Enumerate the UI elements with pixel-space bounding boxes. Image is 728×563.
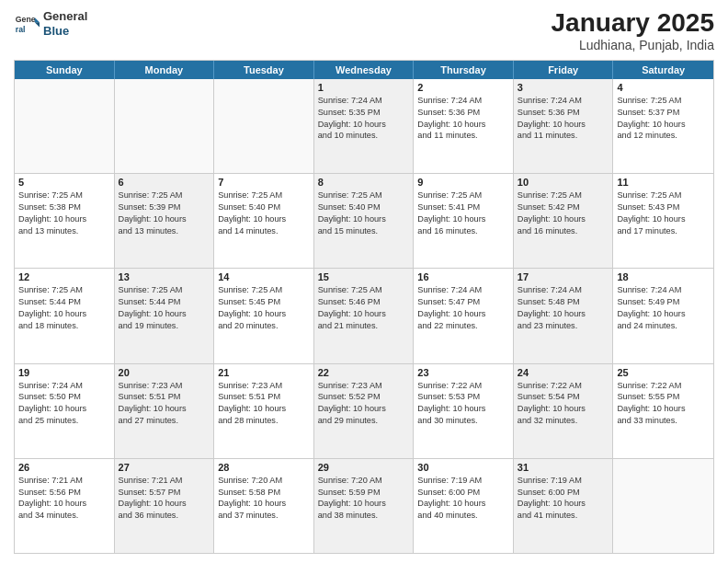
cell-info-line: and 25 minutes.	[18, 415, 110, 427]
cell-info-line: Daylight: 10 hours	[617, 308, 710, 320]
cell-info-line: Sunrise: 7:20 AM	[218, 475, 310, 487]
cell-info-line: Sunrise: 7:19 AM	[518, 475, 609, 487]
cell-info-line: Daylight: 10 hours	[617, 403, 710, 415]
cell-info-line: Sunset: 6:00 PM	[518, 487, 609, 499]
cell-info-line: and 11 minutes.	[417, 130, 509, 142]
day-number: 3	[518, 82, 609, 93]
day-cell-31: 31Sunrise: 7:19 AMSunset: 6:00 PMDayligh…	[514, 459, 614, 553]
cell-info-line: and 12 minutes.	[617, 130, 710, 142]
day-number: 23	[417, 367, 509, 378]
cell-info-line: Sunset: 5:47 PM	[417, 296, 509, 308]
cell-info-line: Daylight: 10 hours	[417, 119, 509, 131]
cell-info-line: Sunrise: 7:21 AM	[119, 475, 210, 487]
cell-info-line: Daylight: 10 hours	[119, 403, 210, 415]
day-cell-21: 21Sunrise: 7:23 AMSunset: 5:51 PMDayligh…	[214, 364, 314, 458]
cell-info-line: and 28 minutes.	[218, 415, 310, 427]
day-cell-17: 17Sunrise: 7:24 AMSunset: 5:48 PMDayligh…	[514, 269, 614, 362]
page-container: Gene ral General Blue January 2025 Ludhi…	[0, 0, 728, 563]
day-number: 17	[518, 271, 609, 282]
cell-info-line: Sunset: 5:37 PM	[617, 107, 710, 119]
calendar-subtitle: Ludhiana, Punjab, India	[552, 38, 714, 52]
day-cell-15: 15Sunrise: 7:25 AMSunset: 5:46 PMDayligh…	[314, 269, 415, 362]
cell-info-line: and 18 minutes.	[18, 320, 110, 332]
cell-info-line: Sunrise: 7:25 AM	[518, 190, 609, 201]
day-number: 4	[617, 82, 710, 93]
day-number: 2	[417, 82, 509, 93]
cell-info-line: and 33 minutes.	[617, 415, 710, 427]
cell-info-line: Daylight: 10 hours	[518, 308, 609, 320]
cell-info-line: Sunrise: 7:25 AM	[18, 190, 110, 201]
cell-info-line: and 29 minutes.	[318, 415, 410, 427]
day-header-tuesday: Tuesday	[214, 61, 314, 79]
cell-info-line: Sunrise: 7:22 AM	[417, 380, 509, 392]
day-number: 9	[417, 177, 509, 188]
cell-info-line: and 34 minutes.	[18, 510, 110, 522]
day-cell-4: 4Sunrise: 7:25 AMSunset: 5:37 PMDaylight…	[613, 79, 713, 173]
cell-info-line: Daylight: 10 hours	[318, 403, 410, 415]
day-cell-14: 14Sunrise: 7:25 AMSunset: 5:45 PMDayligh…	[214, 269, 314, 362]
cell-info-line: Sunset: 5:36 PM	[417, 107, 509, 119]
cell-info-line: Sunset: 5:53 PM	[417, 391, 509, 403]
cell-info-line: Sunset: 5:54 PM	[518, 391, 609, 403]
cell-info-line: Sunrise: 7:19 AM	[417, 475, 509, 487]
day-cell-1: 1Sunrise: 7:24 AMSunset: 5:35 PMDaylight…	[314, 79, 415, 173]
day-number: 30	[417, 462, 509, 473]
day-number: 19	[18, 367, 110, 378]
day-cell-9: 9Sunrise: 7:25 AMSunset: 5:41 PMDaylight…	[414, 174, 514, 268]
week-row-1: 5Sunrise: 7:25 AMSunset: 5:38 PMDaylight…	[15, 173, 713, 268]
day-number: 20	[119, 367, 210, 378]
day-header-wednesday: Wednesday	[314, 61, 415, 79]
cell-info-line: Daylight: 10 hours	[617, 213, 710, 225]
day-cell-11: 11Sunrise: 7:25 AMSunset: 5:43 PMDayligh…	[613, 174, 713, 268]
cell-info-line: Sunrise: 7:25 AM	[318, 190, 410, 201]
day-cell-26: 26Sunrise: 7:21 AMSunset: 5:56 PMDayligh…	[15, 459, 115, 553]
calendar: SundayMondayTuesdayWednesdayThursdayFrid…	[14, 60, 714, 554]
day-number: 10	[518, 177, 609, 188]
svg-text:Gene: Gene	[16, 15, 36, 24]
cell-info-line: and 24 minutes.	[617, 320, 710, 332]
day-cell-28: 28Sunrise: 7:20 AMSunset: 5:58 PMDayligh…	[214, 459, 314, 553]
cell-info-line: Daylight: 10 hours	[518, 403, 609, 415]
cell-info-line: and 27 minutes.	[119, 415, 210, 427]
cell-info-line: Daylight: 10 hours	[318, 308, 410, 320]
cell-info-line: and 30 minutes.	[417, 415, 509, 427]
cell-info-line: Sunset: 5:45 PM	[218, 296, 310, 308]
day-number: 11	[617, 177, 710, 188]
cell-info-line: and 38 minutes.	[318, 510, 410, 522]
day-cell-8: 8Sunrise: 7:25 AMSunset: 5:40 PMDaylight…	[314, 174, 415, 268]
cell-info-line: and 21 minutes.	[318, 320, 410, 332]
day-number: 8	[318, 177, 410, 188]
cell-info-line: Daylight: 10 hours	[119, 308, 210, 320]
day-cell-22: 22Sunrise: 7:23 AMSunset: 5:52 PMDayligh…	[314, 364, 415, 458]
cell-info-line: and 13 minutes.	[119, 225, 210, 237]
day-number: 14	[218, 271, 310, 282]
logo-text: General Blue	[43, 9, 87, 38]
cell-info-line: Sunrise: 7:25 AM	[617, 190, 710, 201]
day-cell-18: 18Sunrise: 7:24 AMSunset: 5:49 PMDayligh…	[613, 269, 713, 362]
cell-info-line: and 17 minutes.	[617, 225, 710, 237]
cell-info-line: Sunset: 6:00 PM	[417, 487, 509, 499]
cell-info-line: Sunrise: 7:23 AM	[119, 380, 210, 392]
cell-info-line: and 22 minutes.	[417, 320, 509, 332]
cell-info-line: and 10 minutes.	[318, 130, 410, 142]
logo-icon: Gene ral	[14, 11, 40, 37]
cell-info-line: Sunset: 5:44 PM	[18, 296, 110, 308]
week-row-4: 26Sunrise: 7:21 AMSunset: 5:56 PMDayligh…	[15, 458, 713, 553]
day-number: 24	[518, 367, 609, 378]
cell-info-line: Daylight: 10 hours	[318, 213, 410, 225]
calendar-header-row: SundayMondayTuesdayWednesdayThursdayFrid…	[15, 61, 713, 79]
empty-cell	[613, 459, 713, 553]
cell-info-line: and 36 minutes.	[119, 510, 210, 522]
page-header: Gene ral General Blue January 2025 Ludhi…	[14, 9, 714, 52]
cell-info-line: Daylight: 10 hours	[417, 498, 509, 510]
day-number: 6	[119, 177, 210, 188]
day-cell-12: 12Sunrise: 7:25 AMSunset: 5:44 PMDayligh…	[15, 269, 115, 362]
cell-info-line: Sunset: 5:35 PM	[318, 107, 410, 119]
cell-info-line: Sunset: 5:52 PM	[318, 391, 410, 403]
cell-info-line: Sunrise: 7:23 AM	[218, 380, 310, 392]
cell-info-line: Sunset: 5:59 PM	[318, 487, 410, 499]
empty-cell	[15, 79, 115, 173]
day-cell-6: 6Sunrise: 7:25 AMSunset: 5:39 PMDaylight…	[115, 174, 215, 268]
day-cell-3: 3Sunrise: 7:24 AMSunset: 5:36 PMDaylight…	[514, 79, 614, 173]
cell-info-line: Sunrise: 7:24 AM	[318, 95, 410, 107]
